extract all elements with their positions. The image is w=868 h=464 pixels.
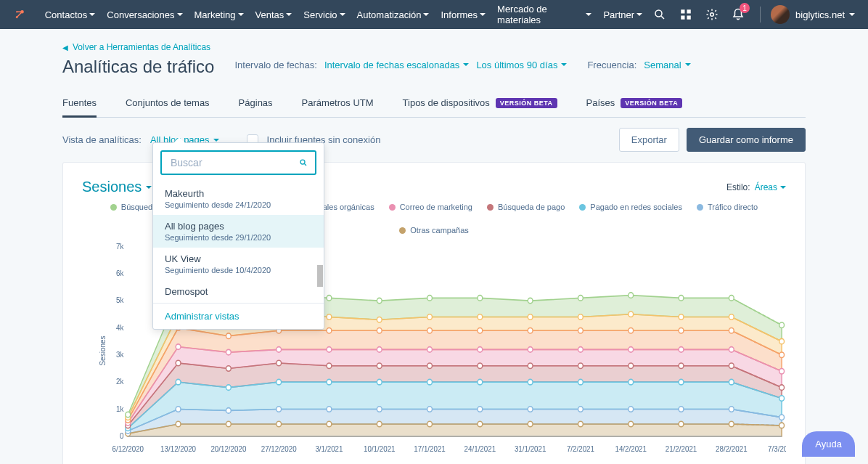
svg-text:3/1/2021: 3/1/2021 bbox=[315, 445, 343, 453]
nav-item-informes[interactable]: Informes bbox=[435, 4, 491, 25]
tab-países[interactable]: PaísesVERSIÓN BETA bbox=[586, 90, 683, 117]
svg-point-103 bbox=[478, 327, 483, 333]
export-button[interactable]: Exportar bbox=[619, 128, 679, 152]
svg-point-122 bbox=[729, 314, 734, 320]
tab-conjuntos-de-temas[interactable]: Conjuntos de temas bbox=[126, 90, 210, 117]
frequency-dropdown[interactable]: Semanal bbox=[644, 60, 690, 70]
svg-text:1k: 1k bbox=[116, 404, 124, 412]
nav-item-marketing[interactable]: Marketing bbox=[189, 4, 250, 25]
svg-point-39 bbox=[779, 423, 785, 428]
svg-point-91 bbox=[578, 347, 584, 353]
svg-point-109 bbox=[779, 352, 785, 358]
svg-point-117 bbox=[478, 314, 483, 320]
svg-point-44 bbox=[327, 407, 332, 412]
legend-item[interactable]: Tráfico directo bbox=[697, 203, 758, 211]
svg-text:5k: 5k bbox=[116, 296, 124, 304]
svg-point-42 bbox=[226, 408, 231, 414]
svg-point-101 bbox=[377, 327, 382, 333]
svg-point-130 bbox=[427, 296, 433, 301]
svg-text:3k: 3k bbox=[116, 351, 124, 359]
svg-text:13/12/2020: 13/12/2020 bbox=[160, 445, 196, 453]
svg-point-41 bbox=[176, 407, 181, 412]
svg-point-102 bbox=[427, 327, 433, 333]
svg-point-134 bbox=[629, 293, 634, 298]
date-range-value-dropdown[interactable]: Los últimos 90 días bbox=[476, 60, 567, 70]
svg-point-56 bbox=[226, 385, 231, 391]
view-option[interactable]: Demospot bbox=[153, 280, 324, 303]
view-option[interactable]: UK ViewSeguimiento desde 10/4/2020 bbox=[153, 248, 324, 280]
svg-point-58 bbox=[327, 379, 332, 385]
svg-point-70 bbox=[226, 366, 231, 372]
svg-point-35 bbox=[578, 421, 584, 427]
legend-item[interactable]: Pagado en redes sociales bbox=[579, 203, 682, 211]
svg-text:27/12/2020: 27/12/2020 bbox=[261, 445, 297, 453]
svg-point-53 bbox=[779, 415, 785, 420]
view-option[interactable]: All blog pagesSeguimiento desde 29/1/202… bbox=[153, 215, 324, 248]
svg-point-120 bbox=[629, 312, 634, 317]
svg-point-66 bbox=[729, 379, 734, 385]
svg-point-69 bbox=[176, 360, 181, 366]
svg-text:6k: 6k bbox=[116, 269, 124, 277]
notification-badge: 1 bbox=[740, 3, 750, 13]
svg-point-36 bbox=[629, 421, 634, 427]
svg-rect-4 bbox=[681, 9, 684, 13]
svg-point-63 bbox=[578, 379, 584, 385]
chart-style-dropdown[interactable]: Áreas bbox=[755, 182, 786, 192]
svg-point-86 bbox=[327, 347, 332, 353]
nav-item-contactos[interactable]: Contactos bbox=[39, 4, 102, 25]
tab-fuentes[interactable]: Fuentes bbox=[62, 90, 97, 118]
nav-item-automatización[interactable]: Automatización bbox=[351, 4, 435, 25]
tab-parámetros-utm[interactable]: Parámetros UTM bbox=[302, 90, 374, 117]
back-link[interactable]: ◀ Volver a Herramientas de Analíticas bbox=[62, 42, 806, 52]
nav-item-mercado-de-materiales[interactable]: Mercado de materiales bbox=[491, 4, 597, 25]
svg-point-104 bbox=[528, 327, 533, 333]
svg-point-87 bbox=[377, 347, 382, 353]
help-button[interactable]: Ayuda bbox=[802, 431, 855, 457]
hubspot-logo-icon[interactable] bbox=[13, 8, 26, 21]
marketplace-icon[interactable] bbox=[676, 4, 696, 25]
svg-point-121 bbox=[679, 314, 684, 320]
legend-item[interactable]: Otras campañas bbox=[399, 226, 469, 235]
frequency-label: Frecuencia: bbox=[587, 60, 636, 70]
svg-point-55 bbox=[176, 379, 181, 385]
svg-point-106 bbox=[629, 327, 634, 333]
nav-item-servicio[interactable]: Servicio bbox=[298, 4, 351, 25]
view-search-input[interactable] bbox=[169, 156, 299, 169]
svg-point-73 bbox=[377, 363, 382, 369]
svg-point-48 bbox=[528, 407, 533, 412]
svg-point-81 bbox=[779, 385, 785, 391]
settings-icon[interactable] bbox=[702, 4, 722, 25]
tab-páginas[interactable]: Páginas bbox=[239, 90, 273, 117]
svg-point-107 bbox=[679, 327, 684, 333]
metric-dropdown[interactable]: Sesiones bbox=[82, 179, 152, 195]
nav-item-conversaciones[interactable]: Conversaciones bbox=[101, 4, 188, 25]
svg-point-135 bbox=[679, 296, 684, 301]
search-icon[interactable] bbox=[650, 4, 670, 25]
tab-tipos-de-dispositivos[interactable]: Tipos de dispositivosVERSIÓN BETA bbox=[403, 90, 557, 117]
svg-point-83 bbox=[176, 344, 181, 350]
svg-point-129 bbox=[377, 298, 382, 304]
date-range-preset-dropdown[interactable]: Intervalo de fechas escalonadas bbox=[324, 60, 469, 70]
svg-point-100 bbox=[327, 327, 332, 333]
save-as-report-button[interactable]: Guardar como informe bbox=[687, 128, 806, 152]
svg-point-32 bbox=[427, 421, 433, 427]
notifications-icon[interactable]: 1 bbox=[728, 4, 748, 25]
svg-text:4k: 4k bbox=[116, 323, 124, 331]
view-option[interactable]: MakeurthSeguimiento desde 24/1/2020 bbox=[153, 182, 324, 215]
svg-point-43 bbox=[277, 407, 282, 412]
chart-style-label: Estilo: bbox=[726, 182, 750, 192]
svg-point-132 bbox=[528, 298, 533, 304]
nav-item-partner[interactable]: Partner bbox=[597, 4, 648, 25]
legend-item[interactable]: Correo de marketing bbox=[389, 203, 472, 211]
svg-point-8 bbox=[711, 13, 714, 17]
svg-point-136 bbox=[729, 296, 734, 301]
manage-views-link[interactable]: Administrar vistas bbox=[165, 311, 239, 322]
svg-point-118 bbox=[528, 314, 533, 320]
svg-point-64 bbox=[629, 379, 634, 385]
nav-item-ventas[interactable]: Ventas bbox=[250, 4, 298, 25]
legend-item[interactable]: Búsqueda de pago bbox=[487, 203, 565, 211]
popover-scrollbar[interactable] bbox=[317, 185, 323, 307]
svg-point-98 bbox=[226, 333, 231, 339]
account-menu[interactable]: biglytics.net bbox=[771, 5, 855, 24]
svg-point-77 bbox=[578, 363, 584, 369]
